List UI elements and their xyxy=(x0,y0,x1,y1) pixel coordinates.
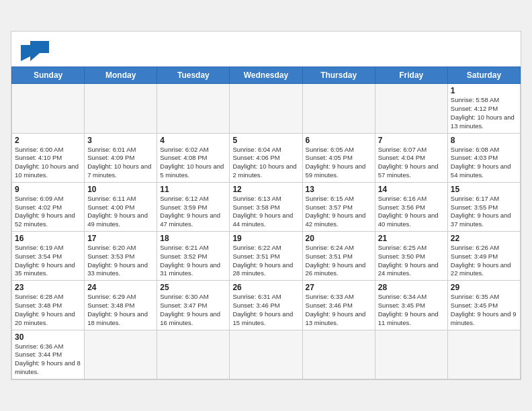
logo-icon xyxy=(21,38,49,61)
calendar-cell xyxy=(447,330,520,379)
day-number: 26 xyxy=(232,283,299,292)
day-info: Sunrise: 6:34 AM Sunset: 3:45 PM Dayligh… xyxy=(378,293,445,327)
day-number: 10 xyxy=(87,185,154,194)
weekday-header-monday: Monday xyxy=(85,67,157,84)
day-info: Sunrise: 6:17 AM Sunset: 3:55 PM Dayligh… xyxy=(451,195,517,229)
day-info: Sunrise: 6:31 AM Sunset: 3:46 PM Dayligh… xyxy=(232,293,299,327)
day-info: Sunrise: 6:35 AM Sunset: 3:45 PM Dayligh… xyxy=(451,293,517,327)
day-info: Sunrise: 6:11 AM Sunset: 4:00 PM Dayligh… xyxy=(87,195,154,229)
day-number: 6 xyxy=(306,136,372,145)
day-info: Sunrise: 6:33 AM Sunset: 3:46 PM Dayligh… xyxy=(306,293,372,327)
weekday-header-wednesday: Wednesday xyxy=(230,67,302,84)
calendar-cell: 7Sunrise: 6:07 AM Sunset: 4:04 PM Daylig… xyxy=(375,133,447,182)
day-info: Sunrise: 5:58 AM Sunset: 4:12 PM Dayligh… xyxy=(451,96,517,130)
day-number: 5 xyxy=(232,136,299,145)
weekday-header-row: SundayMondayTuesdayWednesdayThursdayFrid… xyxy=(12,67,521,84)
day-number: 23 xyxy=(15,283,81,292)
weekday-header-thursday: Thursday xyxy=(302,67,375,84)
calendar-cell: 18Sunrise: 6:21 AM Sunset: 3:52 PM Dayli… xyxy=(157,232,230,281)
calendar-cell: 22Sunrise: 6:26 AM Sunset: 3:49 PM Dayli… xyxy=(447,232,520,281)
calendar-cell xyxy=(302,330,375,379)
day-number: 19 xyxy=(232,234,299,243)
weekday-header-saturday: Saturday xyxy=(447,67,520,84)
calendar-cell: 6Sunrise: 6:05 AM Sunset: 4:05 PM Daylig… xyxy=(302,133,375,182)
calendar-cell: 11Sunrise: 6:12 AM Sunset: 3:59 PM Dayli… xyxy=(157,182,230,231)
day-info: Sunrise: 6:20 AM Sunset: 3:53 PM Dayligh… xyxy=(87,244,154,278)
calendar-cell: 1Sunrise: 5:58 AM Sunset: 4:12 PM Daylig… xyxy=(447,84,520,133)
day-info: Sunrise: 6:07 AM Sunset: 4:04 PM Dayligh… xyxy=(378,146,445,180)
calendar-container: SundayMondayTuesdayWednesdayThursdayFrid… xyxy=(11,31,521,380)
day-number: 9 xyxy=(15,185,81,194)
day-number: 28 xyxy=(378,283,445,292)
day-info: Sunrise: 6:21 AM Sunset: 3:52 PM Dayligh… xyxy=(160,244,226,278)
day-info: Sunrise: 6:30 AM Sunset: 3:47 PM Dayligh… xyxy=(160,293,226,327)
calendar-cell xyxy=(157,84,230,133)
day-number: 30 xyxy=(15,332,81,342)
calendar-cell xyxy=(157,330,230,379)
calendar-cell: 4Sunrise: 6:02 AM Sunset: 4:08 PM Daylig… xyxy=(157,133,230,182)
calendar-cell xyxy=(375,84,447,133)
day-number: 8 xyxy=(451,136,517,145)
day-info: Sunrise: 6:08 AM Sunset: 4:03 PM Dayligh… xyxy=(451,146,517,180)
logo xyxy=(21,38,52,61)
day-info: Sunrise: 6:01 AM Sunset: 4:09 PM Dayligh… xyxy=(87,146,154,180)
day-number: 25 xyxy=(160,283,226,292)
day-number: 20 xyxy=(306,234,372,243)
day-info: Sunrise: 6:16 AM Sunset: 3:56 PM Dayligh… xyxy=(378,195,445,229)
day-number: 22 xyxy=(451,234,517,243)
calendar-cell: 9Sunrise: 6:09 AM Sunset: 4:02 PM Daylig… xyxy=(12,182,85,231)
day-number: 1 xyxy=(451,86,517,95)
calendar-cell xyxy=(85,84,157,133)
day-number: 16 xyxy=(15,234,81,243)
calendar-cell xyxy=(230,84,302,133)
day-number: 4 xyxy=(160,136,226,145)
calendar-cell: 28Sunrise: 6:34 AM Sunset: 3:45 PM Dayli… xyxy=(375,281,447,330)
calendar-cell: 14Sunrise: 6:16 AM Sunset: 3:56 PM Dayli… xyxy=(375,182,447,231)
day-number: 2 xyxy=(15,136,81,145)
day-number: 14 xyxy=(378,185,445,194)
day-info: Sunrise: 6:19 AM Sunset: 3:54 PM Dayligh… xyxy=(15,244,81,278)
day-number: 29 xyxy=(451,283,517,292)
day-info: Sunrise: 6:15 AM Sunset: 3:57 PM Dayligh… xyxy=(306,195,372,229)
day-info: Sunrise: 6:00 AM Sunset: 4:10 PM Dayligh… xyxy=(15,146,81,180)
day-number: 3 xyxy=(87,136,154,145)
calendar-cell: 13Sunrise: 6:15 AM Sunset: 3:57 PM Dayli… xyxy=(302,182,375,231)
week-row-3: 9Sunrise: 6:09 AM Sunset: 4:02 PM Daylig… xyxy=(12,182,521,231)
calendar-cell: 10Sunrise: 6:11 AM Sunset: 4:00 PM Dayli… xyxy=(85,182,157,231)
week-row-1: 1Sunrise: 5:58 AM Sunset: 4:12 PM Daylig… xyxy=(12,84,521,133)
calendar-cell: 15Sunrise: 6:17 AM Sunset: 3:55 PM Dayli… xyxy=(447,182,520,231)
day-number: 11 xyxy=(160,185,226,194)
day-info: Sunrise: 6:25 AM Sunset: 3:50 PM Dayligh… xyxy=(378,244,445,278)
calendar-cell: 24Sunrise: 6:29 AM Sunset: 3:48 PM Dayli… xyxy=(85,281,157,330)
calendar-cell: 23Sunrise: 6:28 AM Sunset: 3:48 PM Dayli… xyxy=(12,281,85,330)
week-row-4: 16Sunrise: 6:19 AM Sunset: 3:54 PM Dayli… xyxy=(12,232,521,281)
day-number: 12 xyxy=(232,185,299,194)
day-number: 21 xyxy=(378,234,445,243)
day-info: Sunrise: 6:22 AM Sunset: 3:51 PM Dayligh… xyxy=(232,244,299,278)
week-row-6: 30Sunrise: 6:36 AM Sunset: 3:44 PM Dayli… xyxy=(12,330,521,379)
day-info: Sunrise: 6:13 AM Sunset: 3:58 PM Dayligh… xyxy=(232,195,299,229)
day-info: Sunrise: 6:29 AM Sunset: 3:48 PM Dayligh… xyxy=(87,293,154,327)
calendar-cell: 17Sunrise: 6:20 AM Sunset: 3:53 PM Dayli… xyxy=(85,232,157,281)
day-number: 7 xyxy=(378,136,445,145)
calendar-cell: 8Sunrise: 6:08 AM Sunset: 4:03 PM Daylig… xyxy=(447,133,520,182)
calendar-grid: SundayMondayTuesdayWednesdayThursdayFrid… xyxy=(11,66,521,379)
weekday-header-sunday: Sunday xyxy=(12,67,85,84)
day-info: Sunrise: 6:12 AM Sunset: 3:59 PM Dayligh… xyxy=(160,195,226,229)
calendar-cell xyxy=(302,84,375,133)
day-info: Sunrise: 6:09 AM Sunset: 4:02 PM Dayligh… xyxy=(15,195,81,229)
header-section xyxy=(11,32,521,66)
day-info: Sunrise: 6:02 AM Sunset: 4:08 PM Dayligh… xyxy=(160,146,226,180)
weekday-header-tuesday: Tuesday xyxy=(157,67,230,84)
day-number: 13 xyxy=(306,185,372,194)
calendar-cell xyxy=(375,330,447,379)
day-number: 24 xyxy=(87,283,154,292)
day-number: 17 xyxy=(87,234,154,243)
calendar-cell xyxy=(12,84,85,133)
day-info: Sunrise: 6:26 AM Sunset: 3:49 PM Dayligh… xyxy=(451,244,517,278)
week-row-2: 2Sunrise: 6:00 AM Sunset: 4:10 PM Daylig… xyxy=(12,133,521,182)
calendar-cell: 3Sunrise: 6:01 AM Sunset: 4:09 PM Daylig… xyxy=(85,133,157,182)
day-number: 18 xyxy=(160,234,226,243)
day-info: Sunrise: 6:24 AM Sunset: 3:51 PM Dayligh… xyxy=(306,244,372,278)
calendar-cell: 12Sunrise: 6:13 AM Sunset: 3:58 PM Dayli… xyxy=(230,182,302,231)
